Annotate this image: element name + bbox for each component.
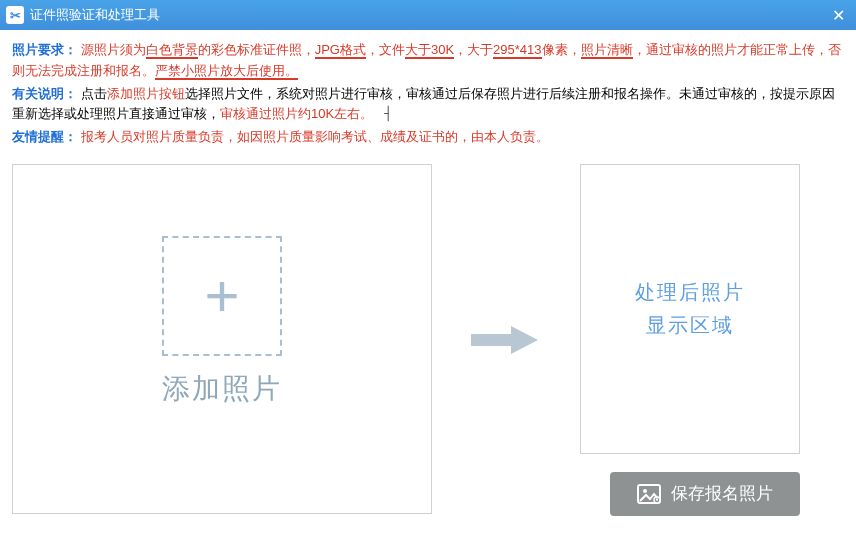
instr1-295x413: 295*413 bbox=[493, 42, 541, 59]
instr1-noenlarge: 严禁小照片放大后使用。 bbox=[155, 63, 298, 80]
instr1-clear: 照片清晰 bbox=[581, 42, 633, 59]
instr1-30k: 大于30K bbox=[405, 42, 454, 59]
instr1-bg-white: 白色背景 bbox=[146, 42, 198, 59]
instr1-e: ，文件 bbox=[366, 42, 405, 57]
instr1-c: 的彩色标准证件照， bbox=[198, 42, 315, 57]
text-cursor-icon: ┤ bbox=[377, 104, 393, 125]
svg-point-3 bbox=[643, 489, 647, 493]
right-column: 处理后照片 显示区域 保存报名照片 bbox=[580, 164, 800, 516]
instr1-label: 照片要求： bbox=[12, 42, 77, 57]
add-photo-dropzone[interactable]: + bbox=[162, 236, 282, 356]
scissors-icon: ✂ bbox=[10, 8, 21, 23]
svg-marker-1 bbox=[511, 326, 538, 354]
app-icon: ✂ bbox=[6, 6, 24, 24]
instr1-jpg: JPG格式 bbox=[315, 42, 366, 59]
arrow-right-icon bbox=[466, 320, 546, 360]
add-photo-label: 添加照片 bbox=[162, 370, 282, 408]
source-photo-panel: + 添加照片 bbox=[12, 164, 432, 514]
instr2-addbtn: 添加照片按钮 bbox=[107, 86, 185, 101]
svg-rect-5 bbox=[656, 498, 658, 500]
window-title: 证件照验证和处理工具 bbox=[30, 6, 826, 24]
save-button-label: 保存报名照片 bbox=[671, 482, 773, 505]
workarea: + 添加照片 处理后照片 显示区域 保存报名照片 bbox=[0, 156, 856, 524]
instruction-row-3: 友情提醒： 报考人员对照片质量负责，如因照片质量影响考试、成绩及证书的，由本人负… bbox=[12, 127, 844, 148]
close-icon: ✕ bbox=[832, 6, 845, 25]
instruction-row-2: 有关说明： 点击添加照片按钮选择照片文件，系统对照片进行审核，审核通过后保存照片… bbox=[12, 84, 844, 126]
titlebar: ✂ 证件照验证和处理工具 ✕ bbox=[0, 0, 856, 30]
instr3-a: 报考人员对照片质量负责，如因照片质量影响考试、成绩及证书的，由本人负责。 bbox=[81, 129, 549, 144]
instr3-label: 友情提醒： bbox=[12, 129, 77, 144]
result-photo-panel: 处理后照片 显示区域 bbox=[580, 164, 800, 454]
instr1-i: 像素， bbox=[542, 42, 581, 57]
result-line2: 显示区域 bbox=[646, 312, 734, 339]
plus-icon: + bbox=[204, 266, 239, 326]
instr2-a: 点击 bbox=[81, 86, 107, 101]
instr2-label: 有关说明： bbox=[12, 86, 77, 101]
instruction-row-1: 照片要求： 源照片须为白色背景的彩色标准证件照，JPG格式，文件大于30K，大于… bbox=[12, 40, 844, 82]
close-button[interactable]: ✕ bbox=[826, 3, 850, 27]
instr1-a: 源照片须为 bbox=[81, 42, 146, 57]
instructions: 照片要求： 源照片须为白色背景的彩色标准证件照，JPG格式，文件大于30K，大于… bbox=[0, 30, 856, 156]
instr1-g: ，大于 bbox=[454, 42, 493, 57]
arrow-column bbox=[456, 230, 556, 450]
add-photo-button[interactable]: + 添加照片 bbox=[162, 236, 282, 408]
save-photo-button[interactable]: 保存报名照片 bbox=[610, 472, 800, 516]
picture-icon bbox=[637, 484, 661, 504]
svg-rect-0 bbox=[471, 334, 511, 346]
result-line1: 处理后照片 bbox=[635, 279, 745, 306]
instr2-10k: 审核通过照片约10K左右。 bbox=[220, 106, 373, 121]
